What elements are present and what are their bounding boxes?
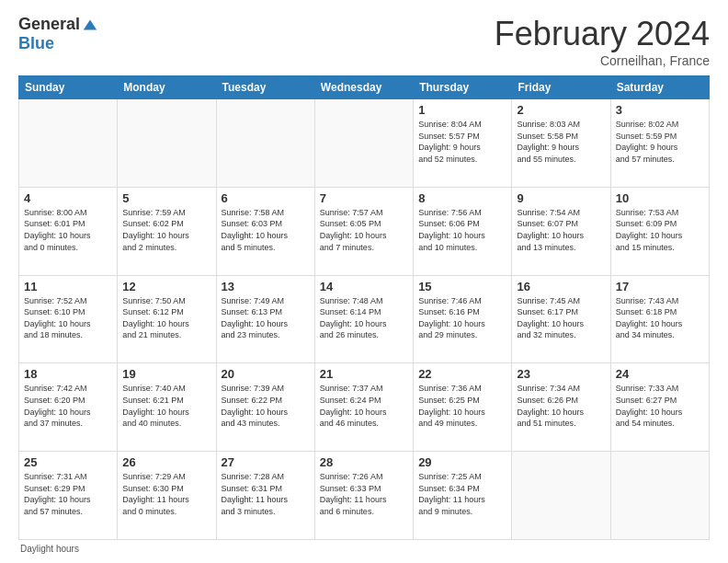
calendar-week-row: 25Sunrise: 7:31 AM Sunset: 6:29 PM Dayli… [19,452,710,540]
calendar-table: SundayMondayTuesdayWednesdayThursdayFrid… [18,75,710,540]
calendar-cell: 12Sunrise: 7:50 AM Sunset: 6:12 PM Dayli… [118,275,216,363]
day-number: 29 [418,455,506,469]
logo: General Blue [18,15,98,53]
day-number: 16 [517,280,605,293]
calendar-day-header: Sunday [19,76,118,99]
day-info: Sunrise: 7:31 AM Sunset: 6:29 PM Dayligh… [24,471,112,517]
calendar-cell: 15Sunrise: 7:46 AM Sunset: 6:16 PM Dayli… [414,275,512,363]
day-number: 6 [222,191,310,205]
day-number: 2 [517,103,605,117]
day-number: 9 [517,191,605,205]
header: General Blue February 2024 Corneilhan, F… [18,15,710,68]
logo-text: General [18,15,98,34]
calendar-cell: 24Sunrise: 7:33 AM Sunset: 6:27 PM Dayli… [610,363,709,452]
day-info: Sunrise: 7:49 AM Sunset: 6:13 PM Dayligh… [222,295,310,341]
calendar-cell: 18Sunrise: 7:42 AM Sunset: 6:20 PM Dayli… [19,363,118,452]
day-info: Sunrise: 7:46 AM Sunset: 6:16 PM Dayligh… [418,295,506,341]
day-info: Sunrise: 7:53 AM Sunset: 6:09 PM Dayligh… [616,207,704,253]
day-info: Sunrise: 7:57 AM Sunset: 6:05 PM Dayligh… [320,207,408,253]
logo-blue-text: Blue [18,34,54,53]
calendar-cell: 14Sunrise: 7:48 AM Sunset: 6:14 PM Dayli… [314,275,413,363]
calendar-cell: 2Sunrise: 8:03 AM Sunset: 5:58 PM Daylig… [512,99,610,188]
calendar-week-row: 18Sunrise: 7:42 AM Sunset: 6:20 PM Dayli… [19,363,710,452]
calendar-day-header: Wednesday [314,76,413,99]
calendar-cell [118,99,216,188]
day-number: 17 [616,280,704,293]
day-info: Sunrise: 7:26 AM Sunset: 6:33 PM Dayligh… [320,471,408,517]
day-number: 13 [222,280,310,293]
day-info: Sunrise: 7:37 AM Sunset: 6:24 PM Dayligh… [320,383,408,429]
day-number: 1 [418,103,506,117]
calendar-cell: 1Sunrise: 8:04 AM Sunset: 5:57 PM Daylig… [414,99,512,188]
day-number: 19 [122,367,210,381]
calendar-cell [512,452,610,540]
calendar-cell: 23Sunrise: 7:34 AM Sunset: 6:26 PM Dayli… [512,363,610,452]
logo-general-text: General [18,15,80,34]
day-number: 14 [320,280,408,293]
calendar-cell: 27Sunrise: 7:28 AM Sunset: 6:31 PM Dayli… [216,452,314,540]
day-number: 15 [418,280,506,293]
calendar-cell: 3Sunrise: 8:02 AM Sunset: 5:59 PM Daylig… [610,99,709,188]
day-number: 4 [24,191,112,205]
header-right: February 2024 Corneilhan, France [495,15,710,68]
day-info: Sunrise: 7:29 AM Sunset: 6:30 PM Dayligh… [122,471,210,517]
day-info: Sunrise: 7:56 AM Sunset: 6:06 PM Dayligh… [418,207,506,253]
calendar-cell: 7Sunrise: 7:57 AM Sunset: 6:05 PM Daylig… [314,187,413,275]
calendar-cell [314,99,413,188]
calendar-cell: 5Sunrise: 7:59 AM Sunset: 6:02 PM Daylig… [118,187,216,275]
day-number: 24 [616,367,704,381]
day-number: 8 [418,191,506,205]
day-info: Sunrise: 7:42 AM Sunset: 6:20 PM Dayligh… [24,383,112,429]
day-info: Sunrise: 8:02 AM Sunset: 5:59 PM Dayligh… [616,119,704,165]
calendar-cell: 20Sunrise: 7:39 AM Sunset: 6:22 PM Dayli… [216,363,314,452]
day-info: Sunrise: 8:03 AM Sunset: 5:58 PM Dayligh… [517,119,605,165]
calendar-cell [610,452,709,540]
day-number: 18 [24,367,112,381]
day-info: Sunrise: 7:58 AM Sunset: 6:03 PM Dayligh… [222,207,310,253]
day-number: 25 [24,455,112,469]
day-info: Sunrise: 7:25 AM Sunset: 6:34 PM Dayligh… [418,471,506,517]
calendar-day-header: Thursday [414,76,512,99]
daylight-label: Daylight hours [20,544,79,554]
day-number: 5 [122,191,210,205]
calendar-cell: 6Sunrise: 7:58 AM Sunset: 6:03 PM Daylig… [216,187,314,275]
calendar-cell: 17Sunrise: 7:43 AM Sunset: 6:18 PM Dayli… [610,275,709,363]
calendar-cell: 28Sunrise: 7:26 AM Sunset: 6:33 PM Dayli… [314,452,413,540]
calendar-cell: 29Sunrise: 7:25 AM Sunset: 6:34 PM Dayli… [414,452,512,540]
calendar-cell [19,99,118,188]
calendar-cell: 13Sunrise: 7:49 AM Sunset: 6:13 PM Dayli… [216,275,314,363]
calendar-cell: 25Sunrise: 7:31 AM Sunset: 6:29 PM Dayli… [19,452,118,540]
calendar-day-header: Monday [118,76,216,99]
day-info: Sunrise: 7:45 AM Sunset: 6:17 PM Dayligh… [517,295,605,341]
day-info: Sunrise: 7:48 AM Sunset: 6:14 PM Dayligh… [320,295,408,341]
day-info: Sunrise: 7:39 AM Sunset: 6:22 PM Dayligh… [222,383,310,429]
day-info: Sunrise: 7:52 AM Sunset: 6:10 PM Dayligh… [24,295,112,341]
page: General Blue February 2024 Corneilhan, F… [0,0,728,563]
day-number: 3 [616,103,704,117]
calendar-week-row: 11Sunrise: 7:52 AM Sunset: 6:10 PM Dayli… [19,275,710,363]
day-number: 22 [418,367,506,381]
calendar-day-header: Friday [512,76,610,99]
day-info: Sunrise: 8:04 AM Sunset: 5:57 PM Dayligh… [418,119,506,165]
day-number: 10 [616,191,704,205]
calendar-cell: 10Sunrise: 7:53 AM Sunset: 6:09 PM Dayli… [610,187,709,275]
svg-marker-0 [84,19,97,29]
day-number: 27 [222,455,310,469]
day-info: Sunrise: 8:00 AM Sunset: 6:01 PM Dayligh… [24,207,112,253]
day-number: 11 [24,280,112,293]
calendar-cell: 8Sunrise: 7:56 AM Sunset: 6:06 PM Daylig… [414,187,512,275]
day-number: 7 [320,191,408,205]
day-info: Sunrise: 7:43 AM Sunset: 6:18 PM Dayligh… [616,295,704,341]
day-number: 12 [122,280,210,293]
calendar-day-header: Saturday [610,76,709,99]
day-info: Sunrise: 7:40 AM Sunset: 6:21 PM Dayligh… [122,383,210,429]
calendar-cell: 4Sunrise: 8:00 AM Sunset: 6:01 PM Daylig… [19,187,118,275]
day-info: Sunrise: 7:28 AM Sunset: 6:31 PM Dayligh… [222,471,310,517]
day-number: 28 [320,455,408,469]
calendar-cell: 11Sunrise: 7:52 AM Sunset: 6:10 PM Dayli… [19,275,118,363]
day-number: 23 [517,367,605,381]
calendar-cell: 22Sunrise: 7:36 AM Sunset: 6:25 PM Dayli… [414,363,512,452]
day-number: 21 [320,367,408,381]
calendar-cell: 21Sunrise: 7:37 AM Sunset: 6:24 PM Dayli… [314,363,413,452]
logo-icon [82,17,98,33]
